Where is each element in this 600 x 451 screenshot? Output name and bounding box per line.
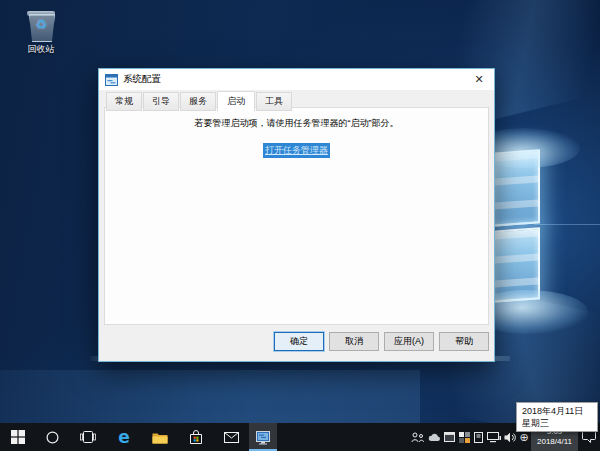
taskbar-left: e [0, 423, 277, 451]
tab-tools[interactable]: 工具 [256, 92, 292, 111]
cortana-icon [46, 431, 59, 444]
tab-services[interactable]: 服务 [180, 92, 216, 111]
desktop: ♻ 回收站 系统配置 ✕ 常规 引导 服务 启动 工具 若要管理启动项，请使用任… [0, 0, 600, 451]
apply-button[interactable]: 应用(A) [384, 332, 434, 351]
system-configuration-dialog: 系统配置 ✕ 常规 引导 服务 启动 工具 若要管理启动项，请使用任务管理器的“… [98, 68, 495, 362]
security-center-icon[interactable] [457, 423, 472, 451]
tab-strip: 常规 引导 服务 启动 工具 [106, 91, 293, 111]
start-button[interactable] [0, 423, 35, 451]
windows-logo-pane [492, 149, 540, 226]
file-explorer-icon [152, 431, 168, 444]
recycle-bin-label: 回收站 [18, 43, 64, 56]
edge-icon: e [118, 429, 130, 446]
clock-tooltip: 2018年4月11日 星期三 [516, 402, 598, 432]
file-explorer-button[interactable] [142, 423, 178, 451]
msconfig-icon [105, 74, 118, 86]
edge-button[interactable]: e [106, 423, 142, 451]
network-icon[interactable] [485, 423, 502, 451]
task-view-icon [80, 431, 96, 443]
app-window-icon[interactable] [442, 423, 457, 451]
ok-button[interactable]: 确定 [274, 332, 324, 351]
startup-tab-page: 若要管理启动项，请使用任务管理器的“启动”部分。 打开任务管理器 [104, 107, 489, 325]
dialog-buttons: 确定 取消 应用(A) 帮助 [274, 332, 489, 351]
startup-message: 若要管理启动项，请使用任务管理器的“启动”部分。 [105, 117, 488, 130]
wallpaper-seam [534, 224, 600, 225]
taskbar: e [0, 423, 600, 451]
cortana-button[interactable] [35, 423, 70, 451]
mail-icon [224, 432, 239, 443]
volume-icon[interactable] [502, 423, 517, 451]
close-button[interactable]: ✕ [464, 69, 494, 90]
clipboard-icon[interactable] [472, 423, 485, 451]
tooltip-weekday: 星期三 [522, 417, 592, 429]
task-view-button[interactable] [70, 423, 106, 451]
dialog-title: 系统配置 [123, 73, 161, 86]
tab-startup[interactable]: 启动 [217, 91, 255, 112]
cancel-button[interactable]: 取消 [329, 332, 379, 351]
tray-date: 2018/4/11 [537, 437, 572, 447]
windows-logo-pane [492, 227, 540, 302]
msconfig-taskbar-icon [255, 430, 271, 445]
help-button[interactable]: 帮助 [439, 332, 489, 351]
store-icon [189, 430, 203, 444]
tooltip-date: 2018年4月11日 [522, 405, 592, 417]
people-icon[interactable] [409, 423, 426, 451]
dialog-titlebar[interactable]: 系统配置 [99, 69, 494, 90]
store-button[interactable] [178, 423, 214, 451]
open-task-manager-link[interactable]: 打开任务管理器 [263, 143, 330, 158]
windows-logo-icon [11, 430, 25, 444]
recycle-bin-icon: ♻ [26, 8, 56, 42]
recycle-bin-shortcut[interactable]: ♻ 回收站 [18, 8, 64, 56]
mail-button[interactable] [214, 423, 249, 451]
tab-boot[interactable]: 引导 [143, 92, 179, 111]
onedrive-cloud-icon[interactable] [426, 423, 442, 451]
tab-general[interactable]: 常规 [106, 92, 142, 111]
taskbar-app-system-configuration[interactable] [249, 423, 277, 451]
